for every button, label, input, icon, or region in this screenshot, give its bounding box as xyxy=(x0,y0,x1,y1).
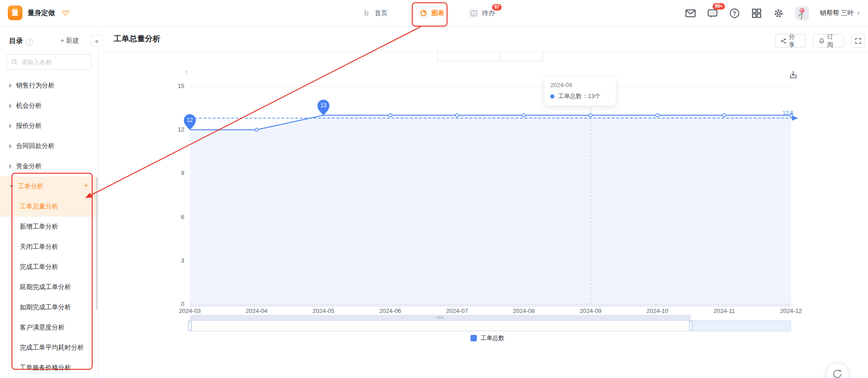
sidebar-title: 目录 xyxy=(9,37,23,45)
sidebar-help-icon[interactable]: ? xyxy=(26,38,33,46)
user-avatar[interactable] xyxy=(795,6,809,20)
chart-legend[interactable]: 工单总数 xyxy=(470,334,504,342)
sidebar-group-label: 报价分析 xyxy=(16,122,42,130)
fullscreen-button[interactable] xyxy=(851,34,865,48)
sidebar-menu: 销售行为分析机会分析报价分析合同回款分析资金分析工单分析+工单总量分析新增工单分… xyxy=(0,76,98,378)
datazoom-unselected-region xyxy=(691,320,791,331)
sidebar-group-label: 机会分析 xyxy=(16,102,42,110)
svg-text:13: 13 xyxy=(321,102,327,109)
todo-count-badge: 97 xyxy=(492,4,502,11)
nav-todo-label: 待办 xyxy=(482,9,495,17)
sidebar-item[interactable]: 关闭工单分析 xyxy=(0,237,98,257)
sidebar-group-label: 销售行为分析 xyxy=(16,82,55,90)
nav-charts-label: 图表 xyxy=(431,9,444,17)
download-chart-button[interactable] xyxy=(789,70,799,80)
sidebar-collapse-button[interactable]: « xyxy=(91,35,103,47)
sidebar-item[interactable]: 完成工单分析 xyxy=(0,257,98,277)
legend-label: 工单总数 xyxy=(481,334,504,342)
pie-chart-icon xyxy=(418,8,428,18)
tooltip-value: 工单总数：13个 xyxy=(558,92,600,100)
vip-diamond-icon xyxy=(61,10,70,17)
triangle-down-icon[interactable] xyxy=(9,185,14,188)
messages-count-badge: 99+ xyxy=(713,3,725,10)
share-label: 分享 xyxy=(789,33,799,49)
add-chart-icon[interactable]: + xyxy=(84,181,88,190)
nav-item-home[interactable]: b 首页 xyxy=(361,0,387,26)
share-button[interactable]: 分享 xyxy=(775,34,805,48)
series-dot-icon xyxy=(550,94,554,99)
fullscreen-icon xyxy=(855,38,861,44)
legend-swatch-icon xyxy=(470,335,477,341)
triangle-right-icon[interactable] xyxy=(9,124,12,128)
sidebar-item[interactable]: 工单总量分析 xyxy=(0,197,98,217)
sidebar-group-label: 工单分析 xyxy=(18,182,44,191)
datazoom-left-handle[interactable] xyxy=(188,321,192,331)
top-bar: 量 量身定做 b 首页 图表 待办 97 xyxy=(0,0,868,27)
sidebar-group-label: 合同回款分析 xyxy=(16,142,55,150)
sidebar-item[interactable]: 完成工单平均耗时分析 xyxy=(0,338,98,358)
datazoom-right-handle[interactable] xyxy=(689,321,693,331)
sidebar-item[interactable]: 客户满意度分析 xyxy=(0,318,98,338)
app-logo-icon[interactable]: 量 xyxy=(8,5,22,20)
mail-icon[interactable] xyxy=(685,8,696,19)
search-input[interactable] xyxy=(21,58,87,66)
search-icon xyxy=(11,59,17,65)
sidebar-scrollbar[interactable] xyxy=(96,177,98,310)
chevron-down-icon: ∨ xyxy=(857,10,860,16)
sidebar-group-1[interactable]: 机会分析 xyxy=(0,96,98,116)
help-icon[interactable]: ? xyxy=(729,8,740,19)
triangle-right-icon[interactable] xyxy=(9,144,12,148)
datazoom-rail[interactable] xyxy=(190,315,691,320)
sidebar-group-0[interactable]: 销售行为分析 xyxy=(0,76,98,96)
datazoom-grip[interactable] xyxy=(437,316,444,319)
subscribe-button[interactable]: 订阅 xyxy=(813,34,844,48)
clipped-filter-control[interactable] xyxy=(500,51,543,61)
nav-home-label: 首页 xyxy=(375,9,387,17)
user-name: 销帮帮 三叶 xyxy=(820,9,854,17)
page-title: 工单总量分析 xyxy=(114,33,160,44)
sidebar-search[interactable] xyxy=(6,54,92,70)
svg-text:12: 12 xyxy=(187,117,193,123)
nav-item-todo[interactable]: 待办 xyxy=(469,0,495,26)
user-menu[interactable]: 销帮帮 三叶 ∨ xyxy=(820,9,860,17)
page-header: 工单总量分析 分享 订阅 xyxy=(99,26,868,52)
settings-gear-icon[interactable] xyxy=(773,8,784,19)
sidebar-group-5[interactable]: 工单分析+ xyxy=(0,176,98,197)
home-icon: b xyxy=(361,8,371,18)
clipped-filter-control[interactable] xyxy=(437,51,501,61)
messages-icon[interactable]: 99+ xyxy=(707,8,718,19)
sidebar-item[interactable]: 工单服务价格分析 xyxy=(0,358,98,378)
sidebar-group-2[interactable]: 报价分析 xyxy=(0,116,98,136)
sidebar: 目录 ? + 新建 销售行为分析机会分析报价分析合同回款分析资金分析工单分析+工… xyxy=(0,26,99,378)
sidebar-group-4[interactable]: 资金分析 xyxy=(0,156,98,176)
triangle-right-icon[interactable] xyxy=(9,164,12,169)
nav-item-charts[interactable]: 图表 xyxy=(418,0,444,26)
sidebar-group-label: 资金分析 xyxy=(16,162,42,170)
flower-image xyxy=(797,7,807,19)
triangle-right-icon[interactable] xyxy=(9,104,12,108)
subscribe-label: 订阅 xyxy=(827,33,838,49)
chart-tooltip: 2024-09 工单总数：13个 xyxy=(544,77,616,106)
tooltip-date: 2024-09 xyxy=(550,82,610,88)
todo-calendar-icon xyxy=(469,8,479,18)
sidebar-item[interactable]: 延期完成工单分析 xyxy=(0,277,98,297)
app-window: 量 量身定做 b 首页 图表 待办 97 xyxy=(0,0,868,378)
apps-grid-icon[interactable] xyxy=(751,8,762,19)
share-icon xyxy=(781,38,786,44)
triangle-right-icon[interactable] xyxy=(9,83,12,88)
new-chart-button[interactable]: + 新建 xyxy=(61,37,79,45)
svg-text:?: ? xyxy=(733,10,736,16)
bell-icon xyxy=(819,38,824,44)
sidebar-item[interactable]: 新增工单分析 xyxy=(0,217,98,237)
sidebar-group-3[interactable]: 合同回款分析 xyxy=(0,136,98,156)
sidebar-item[interactable]: 如期完成工单分析 xyxy=(0,297,98,318)
workspace-name[interactable]: 量身定做 xyxy=(28,0,55,26)
